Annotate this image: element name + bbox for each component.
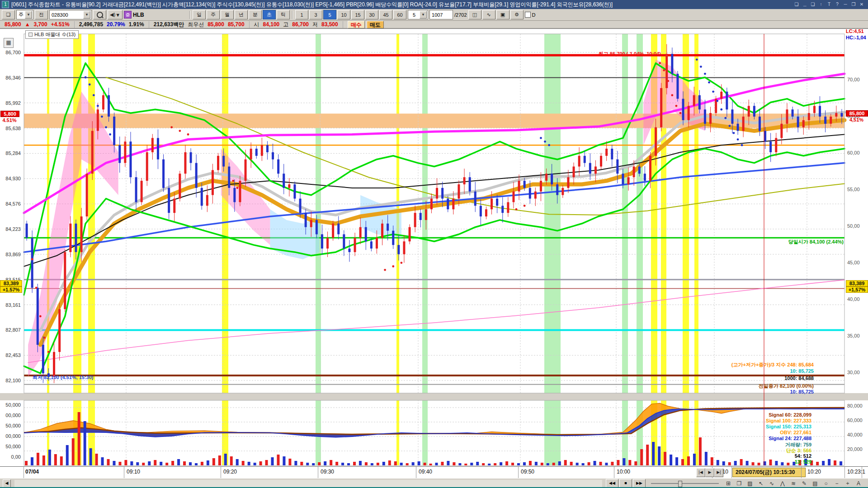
price-tick-label: 85,284 (5, 150, 21, 156)
chevron-down-icon[interactable]: ▼ (420, 11, 427, 19)
candle-body (682, 99, 684, 120)
interval-tab-15[interactable]: 15 (351, 10, 364, 19)
sar-dot-red (675, 105, 678, 107)
nav-prev-icon[interactable]: |◀ (696, 468, 705, 477)
period-tab-틱[interactable]: 틱 (277, 10, 290, 19)
pin-icon[interactable]: ↑ (817, 1, 825, 8)
candle-body (469, 177, 471, 192)
buy-button[interactable]: 매수 (348, 21, 365, 28)
candle-style-icon[interactable]: ◫ (468, 10, 481, 19)
time-axis[interactable]: 2024/07/05(금) 10:15:30 07/0409:1009:2009… (0, 466, 868, 478)
interval-tab-1[interactable]: 1 (295, 10, 308, 19)
period-tab-일[interactable]: 일 (193, 10, 206, 19)
tick-count-combo[interactable]: 5▼ (408, 10, 428, 19)
chevron-down-icon[interactable]: ▼ (25, 11, 32, 19)
chevron-down-icon[interactable]: ▼ (83, 11, 90, 19)
zoom-out-icon[interactable]: − (832, 479, 842, 488)
link-window-icon[interactable]: ❏ (793, 1, 800, 8)
region-select-icon[interactable]: ▨ (745, 479, 755, 488)
sell-button[interactable]: 매도 (367, 21, 384, 28)
interval-tab-10[interactable]: 10 (337, 10, 350, 19)
scroll-left-icon[interactable]: ◀ (3, 479, 11, 488)
text-annotation-icon[interactable]: A (854, 479, 863, 488)
period-tab-초[interactable]: 초 (263, 10, 276, 19)
interval-tab-45[interactable]: 45 (379, 10, 392, 19)
stop-icon[interactable]: ■ (619, 479, 632, 488)
popup-icon[interactable]: ❏ (809, 1, 816, 8)
volume-bar (828, 459, 830, 465)
sound-button[interactable]: ◀)▼ (108, 10, 123, 19)
volume-bar (212, 458, 215, 465)
volume-bar (54, 454, 57, 465)
volume-bar (124, 460, 127, 465)
volume-bar (441, 462, 443, 465)
candle-body (86, 174, 88, 216)
sar-dot-blue (696, 58, 698, 61)
draw-tool-icon[interactable]: ✎ (799, 479, 809, 488)
nav-play-icon[interactable]: ▶ (705, 468, 714, 477)
settings-icon[interactable]: ⚙ (510, 10, 524, 19)
volume-bar (582, 463, 585, 465)
minimize-panel-icon[interactable]: ＿ (801, 1, 808, 8)
zoom-search-icon[interactable]: ○ (821, 479, 831, 488)
interval-tab-30[interactable]: 30 (365, 10, 378, 19)
period-tab-주[interactable]: 주 (207, 10, 220, 19)
sar-dot-red (667, 80, 669, 82)
rewind-icon[interactable]: ◀◀ (606, 479, 618, 488)
minimize-icon[interactable]: ─ (842, 1, 849, 8)
volume-bar (312, 463, 315, 465)
highlight-band-green (544, 34, 561, 465)
chart-tool-icon[interactable]: ▦ (4, 38, 14, 48)
search-button[interactable] (93, 10, 106, 19)
chart-grid-icon[interactable]: ▤ (810, 479, 820, 488)
candle-body (403, 241, 405, 254)
help-icon[interactable]: ? (834, 1, 841, 8)
interval-tab-5[interactable]: 5 (323, 10, 336, 19)
stock-code-input[interactable]: 028300▼ (49, 10, 92, 19)
volume-bar (675, 457, 678, 465)
chevron-down-icon[interactable]: ▼ (115, 12, 120, 18)
interval-tab-3[interactable]: 3 (309, 10, 322, 19)
cursor-tool-icon[interactable]: ↖ (756, 479, 766, 488)
save-icon[interactable]: ▣ (496, 10, 509, 19)
horizontal-scrollbar[interactable] (14, 480, 602, 487)
layout-add-icon[interactable]: ⊞ (723, 479, 733, 488)
candle-body (277, 160, 279, 174)
restore-icon[interactable]: ❐ (850, 1, 857, 8)
zigzag-tool-icon[interactable]: ⋀ (778, 479, 788, 488)
multi-line-tool-icon[interactable]: ≋ (788, 479, 798, 488)
sar-dot-red (679, 112, 682, 114)
layout-copy-icon[interactable]: ❐ (734, 479, 744, 488)
speed-slider[interactable] (651, 480, 719, 487)
period-tab-분[interactable]: 분 (249, 10, 262, 19)
sar-dot-blue (97, 105, 99, 107)
nav-next-icon[interactable]: ▶| (714, 468, 723, 477)
volume-bar (265, 460, 268, 465)
best-quote-label: 최우선 (188, 21, 204, 28)
zoom-in-icon[interactable]: ＋ (843, 479, 853, 488)
line-style-icon[interactable]: ∿ (482, 10, 495, 19)
prev-stock-button[interactable]: 전 (35, 10, 48, 19)
bar-index-input[interactable]: 1007 (429, 10, 453, 19)
left-current-price-pct: 4.51% (0, 117, 19, 123)
candle-body (496, 199, 498, 206)
candle-body (354, 238, 356, 252)
open-price: 84,100 (263, 21, 280, 28)
trendline-tool-icon[interactable]: ∿ (767, 479, 777, 488)
period-tab-월[interactable]: 월 (221, 10, 234, 19)
period-type-combo[interactable]: 주▼ (16, 10, 33, 19)
period-tab-년[interactable]: 년 (235, 10, 248, 19)
price-chart[interactable] (0, 28, 868, 466)
forward-icon[interactable]: ▶▶ (633, 479, 646, 488)
volume-bar (400, 463, 403, 465)
volume-tick-label: 00,000 (5, 413, 21, 418)
slider-thumb[interactable] (678, 481, 682, 487)
chart-legend[interactable]: HLB 매물대 수(13) (25, 30, 79, 39)
close-icon[interactable]: ✕ (858, 1, 865, 8)
text-tool-icon[interactable]: T (826, 1, 833, 8)
volume-bar (552, 463, 555, 465)
candle-body (840, 113, 843, 117)
interval-tab-60[interactable]: 60 (393, 10, 406, 19)
window-select-button[interactable]: ❏ (2, 10, 15, 19)
d-checkbox[interactable] (525, 12, 531, 18)
